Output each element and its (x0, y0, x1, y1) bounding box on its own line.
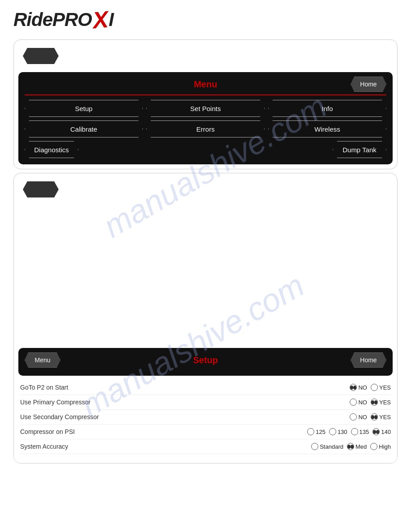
radio-label-psi-130: 130 (338, 429, 347, 435)
radio-psi-130[interactable]: 130 (329, 428, 347, 435)
setup-label-goto-p2: GoTo P2 on Start (20, 384, 350, 391)
radio-circle-accuracy-standard (311, 443, 318, 450)
radio-primary-no[interactable]: NO (350, 399, 367, 406)
setup-row-primary-compressor: Use Primary Compressor NO YES (20, 395, 391, 410)
radio-accuracy-high[interactable]: High (370, 443, 391, 450)
radio-label-psi-140: 140 (381, 429, 391, 435)
panel-card-2: Menu Setup Home GoTo P2 on Start NO YES … (13, 173, 398, 463)
menu-errors-button[interactable]: Errors (146, 120, 265, 137)
setup-label-secondary-compressor: Use Secondary Compressor (20, 413, 350, 420)
radio-psi-135[interactable]: 135 (351, 428, 369, 435)
menu-row-3: Diagnostics Dump Tank (25, 141, 386, 158)
setup-row-system-accuracy: System Accuracy Standard Med High (20, 439, 391, 454)
setup-home-button[interactable]: Home (351, 352, 386, 368)
menu-setup-button[interactable]: Setup (25, 100, 143, 117)
menu-row-1: Setup Set Points Info (25, 100, 386, 117)
radio-label-accuracy-med: Med (355, 443, 367, 450)
menu-calibrate-button[interactable]: Calibrate (25, 120, 143, 137)
logo: RidePROXI (13, 8, 113, 31)
card2-top-area (14, 173, 397, 348)
radio-label-psi-125: 125 (316, 429, 325, 435)
logo-pro-text: PRO (52, 9, 92, 30)
setup-header-row: Menu Setup Home (25, 352, 386, 368)
menu-section: Menu Home Setup Set Points Info Calibrat… (18, 72, 393, 164)
setup-controls-secondary: NO YES (350, 413, 391, 420)
panel-card-1: Menu Home Setup Set Points Info Calibrat… (13, 39, 398, 169)
radio-circle-primary-no (350, 399, 357, 406)
menu-info-button[interactable]: Info (268, 100, 386, 117)
radio-label-accuracy-standard: Standard (320, 443, 343, 450)
menu-row-2: Calibrate Errors Wireless (25, 120, 386, 137)
radio-accuracy-standard[interactable]: Standard (311, 443, 343, 450)
radio-label-accuracy-high: High (379, 443, 391, 450)
setup-row-goto-p2: GoTo P2 on Start NO YES (20, 380, 391, 395)
logo-x-text: X (92, 8, 109, 32)
setup-section: Menu Setup Home (18, 348, 393, 376)
menu-diagnostics-button[interactable]: Diagnostics (25, 141, 78, 158)
radio-circle-accuracy-med (347, 443, 354, 450)
menu-setpoints-button[interactable]: Set Points (146, 100, 265, 117)
radio-circle-psi-130 (329, 428, 336, 435)
radio-circle-psi-125 (307, 428, 314, 435)
setup-controls-accuracy: Standard Med High (311, 443, 391, 450)
setup-menu-button[interactable]: Menu (25, 352, 60, 368)
menu-wireless-button[interactable]: Wireless (268, 120, 386, 137)
radio-psi-140[interactable]: 140 (372, 428, 391, 435)
menu-header-row: Menu Home (25, 77, 386, 95)
radio-label-primary-no: NO (358, 399, 367, 406)
setup-label-primary-compressor: Use Primary Compressor (20, 399, 350, 406)
radio-circle-accuracy-high (370, 443, 377, 450)
radio-circle-primary-yes (371, 399, 378, 406)
radio-goto-p2-no[interactable]: NO (350, 384, 367, 391)
menu-title: Menu (60, 79, 351, 90)
radio-psi-125[interactable]: 125 (307, 428, 325, 435)
menu-dumptank-button[interactable]: Dump Tank (333, 141, 386, 158)
radio-label-secondary-yes: YES (379, 414, 391, 420)
radio-label-secondary-no: NO (358, 414, 367, 420)
setup-title: Setup (60, 355, 351, 365)
radio-secondary-no[interactable]: NO (350, 413, 367, 420)
setup-row-secondary-compressor: Use Secondary Compressor NO YES (20, 410, 391, 425)
logo-i-text: I (109, 9, 114, 30)
card1-top-area (14, 40, 397, 72)
radio-primary-yes[interactable]: YES (371, 399, 391, 406)
setup-controls-primary: NO YES (350, 399, 391, 406)
panel2-nav-button[interactable] (23, 181, 59, 197)
logo-ride-text: Ride (13, 9, 52, 30)
radio-circle-psi-135 (351, 428, 358, 435)
radio-circle-secondary-yes (371, 413, 378, 420)
setup-controls-psi: 125 130 135 140 (307, 428, 391, 435)
radio-secondary-yes[interactable]: YES (371, 413, 391, 420)
setup-row-compressor-psi: Compressor on PSI 125 130 135 140 (20, 425, 391, 439)
panel1-nav-button[interactable] (23, 48, 59, 64)
radio-goto-p2-yes[interactable]: YES (371, 384, 391, 391)
radio-label-psi-135: 135 (360, 429, 369, 435)
setup-content: GoTo P2 on Start NO YES Use Primary Comp… (14, 376, 397, 463)
radio-circle-secondary-no (350, 413, 357, 420)
menu-home-button[interactable]: Home (351, 77, 386, 92)
radio-label-goto-p2-yes: YES (379, 384, 391, 391)
radio-label-primary-yes: YES (379, 399, 391, 406)
logo-area: RidePROXI (0, 0, 411, 36)
radio-circle-goto-p2-no (350, 384, 357, 391)
radio-circle-goto-p2-yes (371, 384, 378, 391)
radio-label-goto-p2-no: NO (358, 384, 367, 391)
setup-controls-goto-p2: NO YES (350, 384, 391, 391)
radio-accuracy-med[interactable]: Med (347, 443, 367, 450)
radio-circle-psi-140 (372, 428, 380, 435)
setup-label-system-accuracy: System Accuracy (20, 443, 311, 450)
setup-label-compressor-psi: Compressor on PSI (20, 428, 307, 435)
